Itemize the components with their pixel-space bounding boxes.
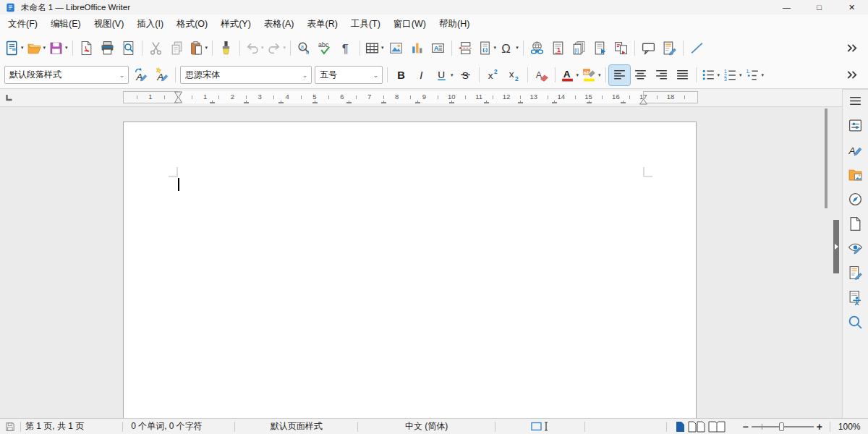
font-name-combo[interactable]: 思源宋体 ⌄ bbox=[180, 66, 312, 84]
open-button[interactable]: ▾ bbox=[25, 38, 48, 58]
menu-window[interactable]: 窗口(W) bbox=[387, 15, 433, 33]
tab-stop-selector[interactable] bbox=[5, 93, 14, 104]
new-document-button[interactable]: ▾ bbox=[3, 38, 25, 58]
close-button[interactable]: ✕ bbox=[835, 0, 868, 14]
accessibility-check-button[interactable] bbox=[846, 289, 865, 305]
clear-formatting-button[interactable]: A bbox=[531, 65, 552, 85]
insert-special-character-button[interactable]: Ω▾ bbox=[498, 38, 520, 58]
navigator-button[interactable] bbox=[846, 191, 865, 207]
insert-comment-button[interactable] bbox=[638, 38, 659, 58]
menu-help[interactable]: 帮助(H) bbox=[433, 15, 476, 33]
insert-cross-reference-button[interactable] bbox=[610, 38, 631, 58]
properties-button[interactable] bbox=[846, 117, 865, 133]
print-preview-button[interactable] bbox=[118, 38, 139, 58]
insert-hyperlink-button[interactable] bbox=[527, 38, 548, 58]
zoom-level-status[interactable]: 100% bbox=[830, 419, 868, 434]
menu-form[interactable]: 表单(R) bbox=[301, 15, 344, 33]
paragraph-style-combo[interactable]: 默认段落样式 ⌄ bbox=[4, 66, 129, 84]
insert-table-button[interactable]: ▾ bbox=[363, 38, 386, 58]
menu-table[interactable]: 表格(A) bbox=[258, 15, 301, 33]
update-style-button[interactable]: A bbox=[130, 65, 151, 85]
insert-field-button[interactable]: ▾ bbox=[476, 38, 498, 58]
copy-button[interactable] bbox=[166, 38, 187, 58]
clone-formatting-button[interactable] bbox=[216, 38, 237, 58]
page-style-status[interactable]: 默认页面样式 bbox=[235, 419, 357, 434]
styles-deck-button[interactable]: A bbox=[846, 142, 865, 158]
maximize-button[interactable]: □ bbox=[803, 0, 835, 14]
strikethrough-button[interactable]: S bbox=[455, 65, 476, 85]
formatting-marks-button[interactable]: ¶ bbox=[336, 38, 357, 58]
style-inspector-button[interactable] bbox=[846, 240, 865, 256]
align-center-button[interactable] bbox=[630, 65, 651, 85]
sidebar-hide-handle[interactable] bbox=[833, 220, 839, 273]
language-status[interactable]: 中文 (简体) bbox=[358, 419, 495, 434]
menu-file[interactable]: 文件(F) bbox=[1, 15, 44, 33]
toolbar-separator bbox=[142, 41, 142, 56]
insert-chart-button[interactable] bbox=[407, 38, 427, 58]
menu-format[interactable]: 格式(O) bbox=[170, 15, 214, 33]
find-button[interactable] bbox=[846, 314, 865, 330]
font-size-combo[interactable]: 五号 ⌄ bbox=[315, 66, 383, 84]
insert-image-button[interactable] bbox=[386, 38, 407, 58]
new-style-button[interactable]: A bbox=[151, 65, 172, 85]
spelling-button[interactable]: abc bbox=[315, 38, 336, 58]
page-deck-button[interactable] bbox=[846, 216, 865, 231]
document-page[interactable] bbox=[123, 122, 697, 418]
undo-button[interactable]: ▾ bbox=[243, 38, 265, 58]
italic-button[interactable]: I bbox=[412, 65, 433, 85]
menu-tools[interactable]: 工具(T) bbox=[344, 15, 387, 33]
horizontal-ruler[interactable]: 1123456789101112131415161718 bbox=[123, 91, 698, 103]
superscript-button[interactable]: x2 bbox=[482, 65, 503, 85]
zoom-slider-track[interactable] bbox=[752, 426, 814, 427]
insert-footnote-button[interactable]: 1 bbox=[548, 38, 569, 58]
align-left-button[interactable] bbox=[609, 65, 630, 85]
vertical-scrollbar-thumb[interactable] bbox=[825, 109, 827, 208]
toolbar-overflow-button[interactable] bbox=[841, 65, 862, 85]
word-count-status[interactable]: 0 个单词, 0 个字符 bbox=[123, 419, 234, 434]
cut-button[interactable] bbox=[145, 38, 166, 58]
align-justify-button[interactable] bbox=[672, 65, 693, 85]
multi-page-view-button[interactable] bbox=[688, 421, 705, 433]
single-page-view-button[interactable] bbox=[676, 421, 685, 433]
book-view-button[interactable] bbox=[708, 421, 726, 433]
manage-track-changes-button[interactable] bbox=[846, 265, 865, 281]
selection-mode-status[interactable] bbox=[495, 419, 584, 434]
redo-button[interactable]: ▾ bbox=[265, 38, 288, 58]
indent-marker-left[interactable] bbox=[174, 91, 183, 106]
gallery-button[interactable] bbox=[846, 166, 865, 182]
font-color-button[interactable]: A▾ bbox=[558, 65, 581, 85]
find-replace-button[interactable]: ad bbox=[294, 38, 315, 58]
highlight-color-button[interactable]: ab▾ bbox=[580, 65, 603, 85]
insert-text-box-button[interactable]: A bbox=[427, 38, 448, 58]
page-number-status[interactable]: 第 1 页, 共 1 页 bbox=[21, 419, 122, 434]
bullet-list-button[interactable]: ▾ bbox=[699, 65, 722, 85]
insert-bookmark-button[interactable] bbox=[590, 38, 610, 58]
menu-insert[interactable]: 插入(I) bbox=[130, 15, 170, 33]
print-button[interactable] bbox=[97, 38, 118, 58]
sidebar-settings-button[interactable] bbox=[846, 93, 865, 109]
numbered-list-button[interactable]: 123▾ bbox=[721, 65, 744, 85]
underline-button[interactable]: U▾ bbox=[433, 65, 455, 85]
bold-button[interactable]: B bbox=[391, 65, 412, 85]
zoom-in-icon[interactable]: + bbox=[817, 423, 822, 430]
subscript-button[interactable]: x2 bbox=[503, 65, 524, 85]
track-changes-button[interactable] bbox=[659, 38, 680, 58]
menu-styles[interactable]: 样式(Y) bbox=[214, 15, 258, 33]
paste-button[interactable]: ▾ bbox=[187, 38, 210, 58]
zoom-out-icon[interactable]: − bbox=[742, 423, 748, 430]
save-button[interactable]: ▾ bbox=[47, 38, 69, 58]
export-pdf-button[interactable] bbox=[76, 38, 97, 58]
menu-view[interactable]: 视图(V) bbox=[88, 15, 131, 33]
zoom-slider[interactable]: − + bbox=[735, 419, 830, 434]
align-right-button[interactable] bbox=[651, 65, 672, 85]
toolbar-overflow-button[interactable] bbox=[841, 38, 862, 58]
save-status[interactable] bbox=[0, 419, 20, 434]
outline-list-button[interactable]: 1.▾ bbox=[744, 65, 766, 85]
svg-text:U: U bbox=[438, 69, 445, 80]
menu-edit[interactable]: 编辑(E) bbox=[44, 15, 88, 33]
minimize-button[interactable]: — bbox=[770, 0, 803, 14]
insert-line-button[interactable] bbox=[686, 38, 707, 58]
zoom-slider-handle[interactable] bbox=[779, 422, 784, 431]
insert-endnote-button[interactable]: [i] bbox=[569, 38, 590, 58]
insert-page-break-button[interactable] bbox=[455, 38, 476, 58]
